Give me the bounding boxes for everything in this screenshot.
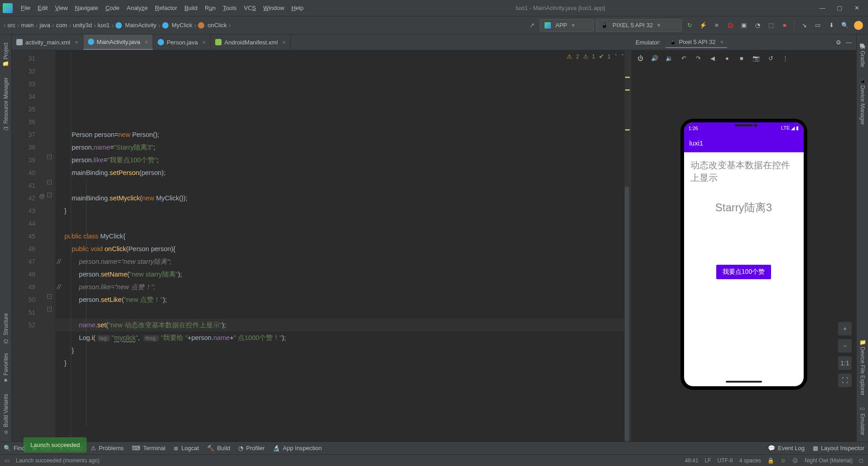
theme-indicator[interactable]: Night Owl (Material)	[805, 457, 853, 464]
face-sad-icon[interactable]: ☹	[792, 457, 798, 464]
file-encoding[interactable]: UTF-8	[718, 457, 733, 464]
tool-logcat[interactable]: ≣Logcat	[174, 445, 199, 451]
menu-view[interactable]: View	[51, 3, 71, 13]
nav-pill[interactable]	[726, 381, 762, 383]
run-config-dropdown[interactable]: APP ▾	[540, 19, 594, 32]
window-minimize[interactable]: —	[814, 2, 831, 15]
tool-gradle[interactable]: 🐘Gradle	[858, 39, 867, 71]
fold-marker[interactable]: −	[47, 307, 52, 311]
device-screen[interactable]: 1:26 LTE ◢ ▮ luxi1 动态改变基本数据在控件上显示 Starry…	[684, 122, 804, 386]
volume-up-icon[interactable]: 🔊	[650, 55, 659, 62]
fold-marker[interactable]: −	[47, 294, 52, 299]
gear-icon[interactable]: ⚙	[836, 39, 841, 46]
tool-build-variants[interactable]: ⛭Build Variants	[2, 390, 10, 439]
screenshot-icon[interactable]: 📷	[752, 55, 761, 62]
menu-help[interactable]: Help	[288, 3, 307, 13]
debug-button[interactable]: 🐞	[724, 19, 736, 31]
power-icon[interactable]: ⏻	[636, 55, 645, 62]
bc-main[interactable]: main	[21, 22, 34, 29]
bc-src[interactable]: src	[7, 22, 15, 29]
make-project-button[interactable]: ↗	[526, 19, 538, 31]
bc-myclick[interactable]: MyClick	[172, 22, 193, 29]
tool-project[interactable]: 📁Project	[2, 39, 10, 71]
face-happy-icon[interactable]: ☺	[781, 457, 786, 464]
breadcrumb[interactable]: ‹ src› main› java› com› unity3d› luxi1› …	[4, 22, 231, 29]
volume-down-icon[interactable]: 🔉	[665, 55, 674, 62]
back-icon[interactable]: ◀	[708, 55, 717, 62]
menu-code[interactable]: Code	[102, 3, 123, 13]
fold-marker[interactable]: −	[47, 193, 52, 197]
fold-marker[interactable]: −	[47, 180, 52, 184]
inspections-widget[interactable]: ⚠2 ⚠1 ✔1 ˄ ˅	[567, 53, 624, 60]
close-icon[interactable]: ×	[203, 39, 206, 46]
user-button[interactable]	[853, 19, 864, 31]
sdk-manager-button[interactable]: ⬇	[825, 19, 837, 31]
zoom-fit-button[interactable]: ⛶	[838, 374, 852, 387]
bc-chevron[interactable]: ‹	[4, 22, 5, 29]
close-icon[interactable]: ×	[720, 39, 724, 45]
stop-button[interactable]: ■	[779, 19, 791, 31]
tool-build[interactable]: 🔨Build	[207, 445, 230, 451]
menu-navigate[interactable]: Navigate	[71, 3, 101, 13]
chevron-up-icon[interactable]: ˄	[614, 53, 617, 60]
tab-person[interactable]: Person.java ×	[153, 34, 211, 50]
avd-manager-button[interactable]: ▭	[812, 19, 824, 31]
bc-onclick[interactable]: onClick	[207, 22, 227, 29]
device-dropdown[interactable]: 📱 PIXEL 5 API 32 ▾	[596, 19, 682, 32]
override-marker[interactable]: @	[39, 193, 45, 199]
tab-activity-main[interactable]: activity_main.xml ×	[12, 34, 83, 50]
zoom-reset-button[interactable]: 1:1	[838, 356, 852, 370]
close-icon[interactable]: ×	[145, 39, 148, 45]
run-button[interactable]: ↻	[684, 19, 695, 31]
sync-gradle-button[interactable]: ↘	[798, 19, 810, 31]
code-area[interactable]: Person person=new Person(); person.name=…	[55, 50, 624, 442]
coverage-button[interactable]: ▣	[738, 19, 750, 31]
search-everywhere-button[interactable]: 🔍	[839, 19, 851, 31]
bc-java[interactable]: java	[39, 22, 50, 29]
overview-icon[interactable]: ■	[737, 55, 746, 62]
menu-file[interactable]: File	[17, 3, 34, 13]
menu-refactor[interactable]: Refactor	[151, 3, 181, 13]
window-maximize[interactable]: ▢	[831, 2, 848, 15]
zoom-out-button[interactable]: −	[838, 339, 852, 353]
menu-build[interactable]: Build	[181, 3, 201, 13]
status-icon[interactable]: ▭	[5, 457, 10, 464]
tool-device-file-explorer[interactable]: 📁Device File Explorer	[858, 335, 867, 399]
attach-debugger-button[interactable]: ⬚	[765, 19, 777, 31]
close-icon[interactable]: ×	[75, 39, 78, 46]
menu-tools[interactable]: Tools	[219, 3, 240, 13]
fold-marker[interactable]: −	[47, 155, 52, 159]
tool-app-inspection[interactable]: 🔬App Inspection	[273, 445, 322, 451]
bc-com[interactable]: com	[56, 22, 68, 29]
tool-layout-inspector[interactable]: ▦Layout Inspector	[813, 445, 864, 451]
tab-mainactivity[interactable]: MainActivity.java ×	[83, 34, 153, 50]
menu-window[interactable]: Window	[260, 3, 288, 13]
tool-resource-manager[interactable]: 🗂Resource Manager	[2, 74, 10, 136]
snapshot-icon[interactable]: ↺	[766, 55, 775, 62]
bc-luxi1[interactable]: luxi1	[98, 22, 110, 29]
tool-event-log[interactable]: 💬Event Log	[768, 445, 805, 451]
menu-edit[interactable]: Edit	[34, 3, 51, 13]
tool-structure[interactable]: ⌬Structure	[2, 310, 10, 347]
bc-unity3d[interactable]: unity3d	[73, 22, 92, 29]
tool-device-manager[interactable]: 📱Device Manager	[858, 73, 867, 128]
home-icon[interactable]: ●	[723, 55, 732, 62]
rotate-right-icon[interactable]: ↷	[694, 55, 703, 62]
error-stripe[interactable]	[624, 50, 631, 442]
editor-body[interactable]: 3132333435363738394041424344454647484950…	[12, 50, 631, 442]
tool-terminal[interactable]: ⌨Terminal	[132, 445, 165, 451]
line-separator[interactable]: LF	[705, 457, 711, 464]
apply-changes-button[interactable]: ⚡	[697, 19, 709, 31]
rotate-left-icon[interactable]: ↶	[679, 55, 688, 62]
zoom-in-button[interactable]: +	[838, 322, 852, 335]
tab-manifest[interactable]: AndroidManifest.xml ×	[211, 34, 290, 50]
tool-emulator[interactable]: ▭Emulator	[858, 402, 867, 439]
emulator-device-tab[interactable]: 📱 Pixel 5 API 32 ×	[665, 37, 728, 48]
caret-position[interactable]: 48:41	[685, 457, 699, 464]
scrollbar-thumb[interactable]	[625, 186, 629, 442]
tool-problems[interactable]: ⚠Problems	[91, 445, 124, 451]
minimize-icon[interactable]: —	[846, 39, 852, 46]
menu-vcs[interactable]: VCS	[240, 3, 260, 13]
bc-mainactivity[interactable]: MainActivity	[125, 22, 156, 29]
tool-find[interactable]: 🔍Find	[4, 445, 25, 451]
